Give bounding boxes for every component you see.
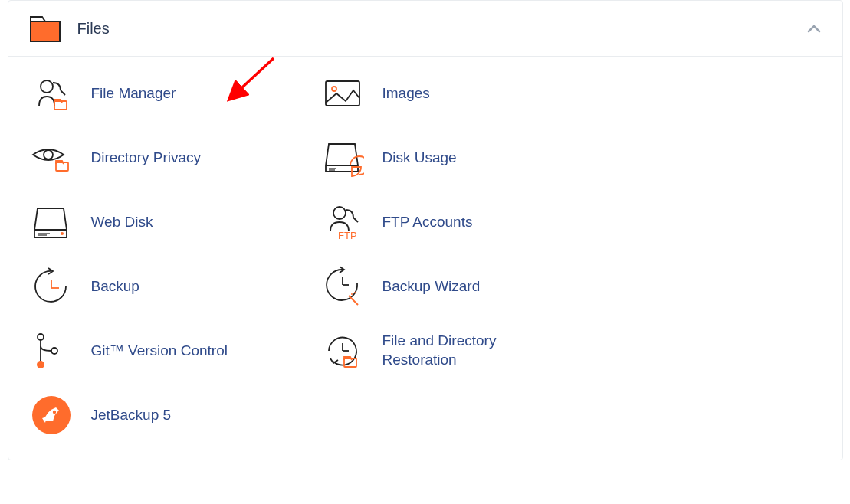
- svg-point-8: [44, 150, 53, 159]
- item-label: Directory Privacy: [91, 149, 202, 168]
- web-disk-icon: [30, 201, 73, 244]
- svg-point-31: [51, 348, 57, 354]
- svg-point-16: [61, 232, 64, 235]
- svg-point-36: [52, 411, 55, 414]
- jetbackup-icon: [30, 394, 73, 437]
- chevron-up-icon[interactable]: [807, 24, 821, 33]
- item-label: Git™ Version Control: [91, 342, 228, 361]
- item-disk-usage[interactable]: Disk Usage: [321, 136, 821, 179]
- svg-point-3: [41, 80, 53, 93]
- svg-point-7: [332, 87, 336, 91]
- item-ftp-accounts[interactable]: FTP FTP Accounts: [321, 201, 821, 244]
- item-label: Images: [382, 84, 430, 103]
- images-icon: [321, 72, 364, 115]
- item-label: Backup Wizard: [382, 277, 481, 296]
- svg-point-26: [354, 292, 356, 293]
- item-label: Web Disk: [91, 213, 153, 232]
- file-manager-icon: [30, 72, 73, 115]
- item-label: JetBackup 5: [91, 406, 172, 425]
- svg-text:FTP: FTP: [338, 230, 357, 241]
- item-directory-privacy[interactable]: Directory Privacy: [30, 136, 306, 179]
- svg-point-17: [333, 207, 346, 219]
- backup-wizard-icon: [321, 265, 364, 308]
- svg-rect-6: [326, 81, 359, 106]
- panel-title: Files: [77, 20, 110, 38]
- ftp-accounts-icon: FTP: [321, 201, 364, 244]
- svg-line-24: [349, 296, 358, 305]
- svg-point-27: [350, 298, 351, 299]
- svg-rect-1: [32, 23, 58, 40]
- panel-header[interactable]: Files: [8, 1, 842, 57]
- backup-icon: [30, 265, 73, 308]
- svg-line-18: [353, 218, 358, 222]
- item-backup[interactable]: Backup: [30, 265, 306, 308]
- item-jetbackup[interactable]: JetBackup 5: [30, 394, 306, 437]
- svg-line-4: [61, 90, 65, 95]
- item-label: Disk Usage: [382, 149, 457, 168]
- git-icon: [30, 329, 73, 372]
- item-label: FTP Accounts: [382, 213, 473, 232]
- svg-point-30: [37, 361, 44, 368]
- item-images[interactable]: Images: [321, 72, 821, 115]
- item-file-restoration[interactable]: File and Directory Restoration: [321, 329, 821, 372]
- panel-body: File Manager Images: [8, 57, 842, 460]
- item-label: File Manager: [91, 84, 176, 103]
- disk-usage-icon: [321, 136, 364, 179]
- file-restore-icon: [321, 329, 364, 372]
- item-git-version-control[interactable]: Git™ Version Control: [30, 329, 306, 372]
- folder-icon: [30, 15, 61, 42]
- item-label: Backup: [91, 277, 139, 296]
- item-backup-wizard[interactable]: Backup Wizard: [321, 265, 821, 308]
- directory-privacy-icon: [30, 136, 73, 179]
- svg-rect-9: [56, 162, 68, 171]
- item-web-disk[interactable]: Web Disk: [30, 201, 306, 244]
- item-file-manager[interactable]: File Manager: [30, 72, 306, 115]
- svg-point-25: [351, 293, 353, 295]
- svg-rect-5: [54, 101, 67, 110]
- files-panel: Files: [8, 0, 843, 460]
- item-label: File and Directory Restoration: [382, 332, 536, 369]
